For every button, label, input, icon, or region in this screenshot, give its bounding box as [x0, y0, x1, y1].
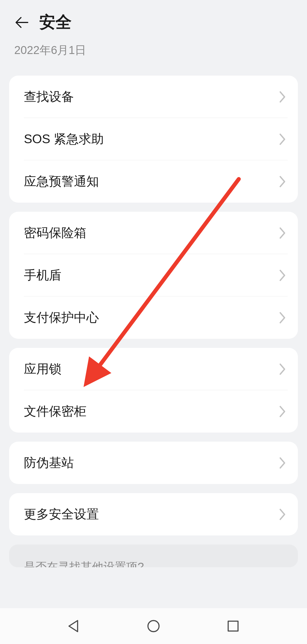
chevron-right-icon — [279, 508, 287, 521]
settings-group: 密码保险箱手机盾支付保护中心 — [9, 212, 298, 339]
settings-row-label: 支付保护中心 — [15, 309, 99, 326]
settings-row-fake-base[interactable]: 防伪基站 — [9, 442, 298, 484]
settings-row-app-lock[interactable]: 应用锁 — [9, 348, 298, 390]
back-icon[interactable] — [14, 15, 29, 30]
settings-group: 防伪基站 — [9, 442, 298, 484]
settings-row-label: 更多安全设置 — [15, 506, 99, 523]
settings-group: 更多安全设置 — [9, 493, 298, 535]
settings-row-find-device[interactable]: 查找设备 — [9, 76, 298, 118]
page-header: 安全 2022年6月1日 — [0, 0, 307, 58]
settings-row-label: SOS 紧急求助 — [15, 131, 104, 148]
chevron-right-icon — [279, 90, 287, 104]
settings-group: 查找设备SOS 紧急求助应急预警通知 — [9, 76, 298, 203]
settings-row-file-safe[interactable]: 文件保密柜 — [9, 390, 298, 433]
chevron-right-icon — [279, 456, 287, 470]
settings-row-sos[interactable]: SOS 紧急求助 — [9, 118, 298, 160]
chevron-right-icon — [279, 405, 287, 418]
settings-group: 应用锁文件保密柜 — [9, 348, 298, 433]
svg-marker-3 — [69, 621, 78, 632]
chevron-right-icon — [279, 362, 287, 376]
settings-row-label: 查找设备 — [15, 88, 74, 105]
chevron-right-icon — [279, 311, 287, 325]
settings-row-label: 应急预警通知 — [15, 173, 99, 190]
settings-row-password-vault[interactable]: 密码保险箱 — [9, 212, 298, 254]
page-date: 2022年6月1日 — [14, 42, 293, 58]
settings-row-label: 手机盾 — [15, 267, 61, 284]
svg-rect-5 — [228, 621, 238, 631]
settings-row-label: 密码保险箱 — [15, 225, 86, 241]
settings-row-phone-shield[interactable]: 手机盾 — [9, 254, 298, 296]
chevron-right-icon — [279, 226, 287, 240]
footer-hint-text: 是否在寻找其他设置项? — [24, 559, 144, 567]
settings-row-label: 防伪基站 — [15, 454, 74, 471]
page-title: 安全 — [39, 11, 72, 33]
nav-back-icon[interactable] — [67, 619, 81, 633]
settings-row-label: 应用锁 — [15, 361, 61, 377]
footer-hint-card: 是否在寻找其他设置项? — [9, 545, 298, 567]
nav-recent-icon[interactable] — [226, 619, 240, 633]
nav-bar — [0, 608, 307, 644]
settings-row-label: 文件保密柜 — [15, 403, 86, 420]
svg-point-4 — [148, 621, 159, 632]
nav-home-icon[interactable] — [146, 619, 161, 633]
chevron-right-icon — [279, 132, 287, 146]
settings-row-more-security[interactable]: 更多安全设置 — [9, 493, 298, 535]
chevron-right-icon — [279, 175, 287, 188]
settings-content: 查找设备SOS 紧急求助应急预警通知密码保险箱手机盾支付保护中心应用锁文件保密柜… — [0, 76, 307, 535]
settings-row-payment-protect[interactable]: 支付保护中心 — [9, 296, 298, 339]
chevron-right-icon — [279, 269, 287, 282]
settings-row-emergency-alert[interactable]: 应急预警通知 — [9, 160, 298, 203]
